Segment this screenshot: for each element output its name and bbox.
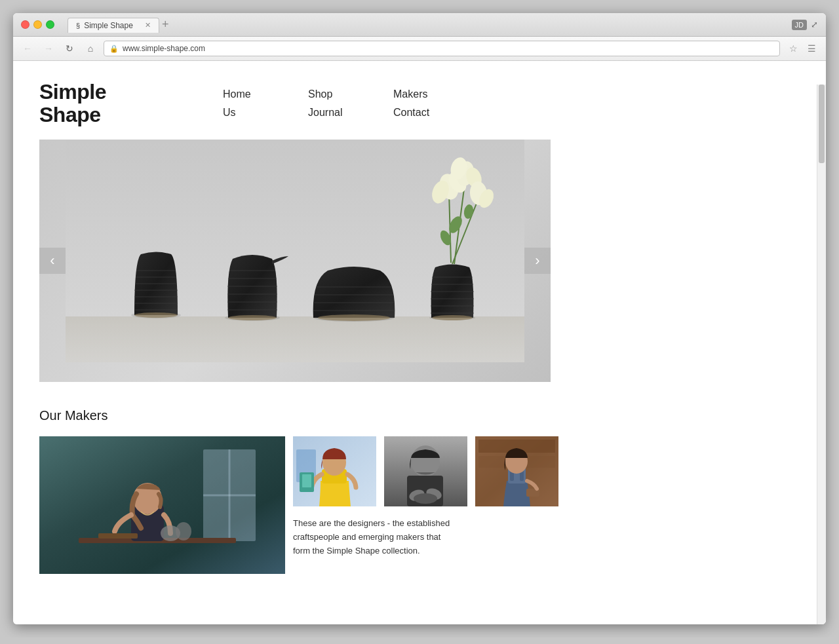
- maker-small-image-1[interactable]: [293, 436, 376, 506]
- traffic-lights: [21, 20, 54, 29]
- browser-content: Simple Shape Home Us Shop Journal Makers…: [13, 61, 826, 624]
- maker-small-row: [293, 436, 558, 506]
- slider-image: [39, 140, 551, 382]
- maker-large-inner: [39, 436, 285, 574]
- svg-rect-62: [302, 474, 311, 487]
- maker1-svg: [293, 436, 376, 506]
- maximize-button[interactable]: [46, 20, 54, 29]
- minimize-button[interactable]: [33, 20, 42, 29]
- back-button[interactable]: ←: [20, 41, 35, 56]
- address-bar[interactable]: 🔒 www.simple-shape.com: [104, 41, 780, 56]
- svg-rect-1: [66, 316, 524, 362]
- lock-icon: 🔒: [109, 45, 119, 53]
- scrollbar[interactable]: [817, 85, 826, 624]
- maker2-svg: [384, 436, 467, 506]
- chevron-left-icon: ‹: [50, 252, 54, 269]
- makers-section-title: Our Makers: [39, 408, 800, 423]
- chevron-right-icon: ›: [535, 252, 539, 269]
- site-logo[interactable]: Simple Shape: [39, 81, 144, 126]
- site-nav: Home Us Shop Journal Makers Contact: [223, 86, 478, 121]
- site-header: Simple Shape Home Us Shop Journal Makers…: [13, 61, 826, 140]
- user-badge: JD: [792, 20, 807, 30]
- tab-bar: § Simple Shape ✕ +: [68, 17, 178, 33]
- maker-small-image-3[interactable]: [475, 436, 558, 506]
- active-tab[interactable]: § Simple Shape ✕: [68, 18, 159, 33]
- url-text: www.simple-shape.com: [123, 44, 205, 53]
- forward-button[interactable]: →: [41, 41, 56, 56]
- svg-point-20: [318, 314, 390, 321]
- slider-next-button[interactable]: ›: [524, 248, 551, 274]
- tab-title: Simple Shape: [84, 21, 133, 30]
- close-button[interactable]: [21, 20, 29, 29]
- hero-slider: ‹: [39, 140, 551, 382]
- makers-grid: These are the designers - the establishe…: [39, 436, 800, 574]
- slider-prev-button[interactable]: ‹: [39, 248, 66, 274]
- maker-small-group: These are the designers - the establishe…: [293, 436, 558, 558]
- ceramics-svg: [66, 140, 524, 362]
- home-button[interactable]: ⌂: [83, 41, 98, 56]
- fullscreen-icon[interactable]: ⤢: [811, 20, 818, 29]
- maker-description-paragraph: These are the designers - the establishe…: [293, 517, 450, 558]
- nav-link-us[interactable]: Us: [223, 105, 308, 121]
- svg-point-68: [414, 493, 437, 504]
- browser-titlebar: § Simple Shape ✕ + JD ⤢: [13, 13, 826, 37]
- tab-favicon: §: [76, 22, 80, 29]
- scrollbar-thumb[interactable]: [819, 85, 825, 163]
- refresh-button[interactable]: ↻: [62, 41, 77, 56]
- nav-column-2: Shop Journal: [308, 86, 393, 121]
- makers-section: Our Makers: [13, 382, 826, 587]
- nav-link-home[interactable]: Home: [223, 86, 308, 102]
- window-controls-right: JD ⤢: [792, 20, 818, 30]
- svg-point-12: [228, 315, 277, 320]
- nav-link-journal[interactable]: Journal: [308, 105, 393, 121]
- menu-icon[interactable]: ☰: [804, 41, 819, 56]
- bookmark-icon[interactable]: ☆: [785, 41, 801, 56]
- nav-link-contact[interactable]: Contact: [393, 105, 478, 121]
- new-tab-button[interactable]: +: [159, 17, 178, 33]
- nav-column-1: Home Us: [223, 86, 308, 121]
- svg-rect-54: [98, 533, 138, 539]
- toolbar-right: ☆ ☰: [785, 41, 819, 56]
- svg-point-26: [432, 315, 473, 320]
- svg-point-56: [176, 522, 191, 540]
- maker-small-image-2[interactable]: [384, 436, 467, 506]
- maker-description-text: These are the designers - the establishe…: [293, 514, 450, 558]
- nav-link-shop[interactable]: Shop: [308, 86, 393, 102]
- maker-large-svg: [39, 436, 285, 574]
- browser-toolbar: ← → ↻ ⌂ 🔒 www.simple-shape.com ☆ ☰: [13, 37, 826, 61]
- nav-column-3: Makers Contact: [393, 86, 478, 121]
- nav-link-makers[interactable]: Makers: [393, 86, 478, 102]
- maker-large-image[interactable]: [39, 436, 285, 574]
- maker3-svg: [475, 436, 558, 506]
- tab-close-icon[interactable]: ✕: [145, 21, 151, 29]
- svg-point-3: [134, 313, 178, 318]
